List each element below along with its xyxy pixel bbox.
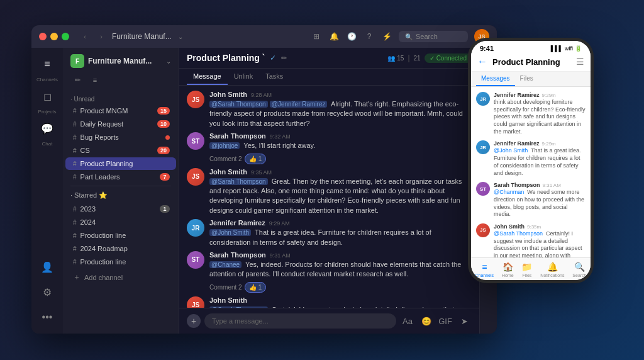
message-input[interactable]: Type a message...	[204, 313, 396, 329]
close-button[interactable]	[39, 33, 47, 40]
rail-channels-icon[interactable]: ≡	[36, 53, 58, 76]
mobile-tab-files[interactable]: Files	[515, 72, 538, 86]
sidebar-item-production-line-2[interactable]: # Production line	[65, 256, 176, 268]
rail-settings-icon[interactable]: ⚙	[36, 281, 58, 303]
mobile-back-button[interactable]: ←	[477, 56, 487, 67]
window-titlebar: ‹ › Furniture Manuf... ⌄ ⊞ 🔔 🕐 ? ⚡ 🔍 Sea…	[31, 25, 497, 48]
mobile-menu-button[interactable]: ☰	[576, 57, 584, 67]
message-reactions-2: Comment 2 👍 1	[209, 154, 472, 164]
sidebar-item-2024[interactable]: # 2024	[65, 216, 176, 228]
channel-name: 2024 Roadmap	[80, 245, 170, 252]
hash-icon: #	[73, 134, 77, 141]
mobile-tab-messages[interactable]: Messages	[476, 72, 515, 86]
mobile-avatar-jr-2: JR	[476, 140, 490, 154]
message-text-1: @Sarah Thompson @Jennifer Ramirez Alrigh…	[209, 99, 472, 128]
sidebar-item-2024-roadmap[interactable]: # 2024 Roadmap	[65, 242, 176, 255]
sidebar-item-product-mngm[interactable]: # Product MNGM 15	[65, 104, 176, 117]
author-4: Jennifer Ramirez	[209, 219, 265, 227]
mobile-text-1: think about developing furniture specifi…	[494, 99, 586, 135]
font-icon[interactable]: Aa	[400, 313, 415, 329]
mobile-mention: @John Smith	[494, 147, 528, 154]
mention: @Sarah Thompson	[209, 178, 268, 185]
forward-button[interactable]: ›	[96, 31, 107, 42]
add-channel-button[interactable]: ＋ Add channel	[65, 269, 176, 285]
lightning-icon[interactable]: ⚡	[381, 31, 392, 42]
hash-icon: #	[73, 147, 77, 154]
mobile-channels-label: Channels	[475, 273, 494, 278]
author-6: John Smith	[209, 296, 247, 304]
time-4: 9:29 AM	[269, 220, 290, 227]
rail-more-icon[interactable]: •••	[36, 306, 58, 329]
time-2: 9:32 AM	[270, 133, 291, 140]
workspace-title: Furniture Manuf...	[88, 57, 162, 65]
battery-icon: 🔋	[575, 45, 582, 52]
gif-icon[interactable]: GIF	[438, 313, 453, 329]
help-icon[interactable]: ?	[364, 31, 375, 42]
channel-name: Production line	[80, 258, 170, 266]
rail-chat-icon[interactable]: 💬	[36, 117, 58, 140]
mobile-nav-notifications[interactable]: 🔔 Notifications	[540, 262, 564, 278]
search-bar[interactable]: 🔍 Search	[399, 31, 468, 42]
mobile-author-4: John Smith	[494, 223, 525, 230]
mention: @Sarah Thompson	[209, 101, 268, 108]
mobile-nav-files[interactable]: 📁 Files	[521, 262, 532, 278]
maximize-button[interactable]	[62, 33, 69, 40]
reaction-thumbsup-2[interactable]: 👍 1	[245, 282, 267, 293]
sidebar-compose-icon[interactable]: ✏	[70, 73, 84, 87]
comment-link[interactable]: Comment 2	[209, 155, 242, 162]
starred-section-header[interactable]: · Starred ⭐	[63, 189, 179, 202]
clock-icon[interactable]: 🕐	[346, 31, 357, 42]
channel-edit-icon[interactable]: ✏	[281, 54, 287, 62]
tab-unlink[interactable]: Unlink	[228, 69, 260, 85]
chat-input-area: + Type a message... Aa 😊 GIF ➤	[179, 308, 479, 334]
message-content-3: John Smith 9:35 AM @Sarah Thompson Great…	[209, 168, 472, 216]
channel-name: 2024	[80, 218, 170, 226]
mobile-avatar-js: JS	[476, 223, 490, 237]
channel-meta: 👥 15 | 21 ✓ Connected	[387, 53, 472, 63]
rail-people-icon[interactable]: 👤	[36, 256, 58, 278]
emoji-icon[interactable]: 😊	[419, 313, 434, 329]
mobile-mention: @Chanman	[494, 189, 524, 195]
mobile-nav-channels[interactable]: ≡ Channels	[475, 262, 494, 278]
rail-projects-icon[interactable]: ◻	[36, 85, 58, 108]
reaction-thumbsup[interactable]: 👍 1	[245, 154, 267, 164]
minimize-button[interactable]	[50, 33, 58, 40]
mobile-nav-search[interactable]: 🔍 Search	[572, 262, 586, 278]
sidebar-item-daily-request[interactable]: # Daily Request 10	[65, 118, 176, 130]
tab-message[interactable]: Message	[187, 69, 228, 85]
mention: @Jennifer Ramirez	[270, 101, 328, 108]
mobile-nav-home[interactable]: 🏠 Home	[502, 262, 514, 278]
sidebar-item-product-planning[interactable]: # Product Planning	[65, 157, 176, 170]
hash-icon: #	[73, 174, 77, 181]
tab-tasks[interactable]: Tasks	[259, 69, 289, 85]
mobile-msg-header-2: Jennifer Ramirez 9:29m	[494, 140, 586, 147]
chat-header: Product Planning ` ✓ ✏ 👥 15 | 21 ✓	[179, 48, 479, 69]
chevron-icon[interactable]: ⌄	[166, 58, 171, 65]
back-button[interactable]: ‹	[79, 31, 91, 42]
sidebar-item-cs[interactable]: # CS 20	[65, 144, 176, 157]
badge-product-mngm: 15	[157, 107, 170, 115]
add-attachment-button[interactable]: +	[187, 314, 201, 328]
workspace-chevron-icon[interactable]: ⌄	[178, 33, 183, 40]
badge-2023: 1	[160, 205, 170, 213]
comment-link[interactable]: Comment 2	[209, 284, 242, 291]
grid-icon[interactable]: ⊞	[311, 31, 322, 42]
mobile-msg-content-2: Jennifer Ramirez 9:29m @John Smith That …	[494, 140, 586, 177]
hash-icon: #	[73, 160, 77, 167]
checkmark-icon: ✓	[430, 55, 435, 62]
message-header-4: Jennifer Ramirez 9:29 AM	[209, 219, 472, 227]
search-icon: 🔍	[405, 33, 413, 40]
sidebar-item-2023[interactable]: # 2023 1	[65, 203, 176, 215]
message-header-3: John Smith 9:35 AM	[209, 168, 472, 176]
mobile-avatar-st: ST	[476, 182, 490, 196]
sidebar-item-part-leaders[interactable]: # Part Leaders 7	[65, 171, 176, 183]
message-text-4: @John Smith That is a great idea. Furnit…	[209, 228, 472, 247]
sidebar-filter-icon[interactable]: ≡	[88, 73, 102, 87]
sidebar-item-production-line-1[interactable]: # Production line	[65, 229, 176, 242]
sidebar-item-bug-reports[interactable]: # Bug Reports	[65, 131, 176, 143]
bell-icon[interactable]: 🔔	[328, 31, 340, 42]
message-group-4: JR Jennifer Ramirez 9:29 AM @John Smith …	[187, 219, 472, 247]
send-icon[interactable]: ➤	[457, 313, 472, 329]
mobile-channels-icon: ≡	[482, 262, 487, 272]
mobile-time-1: 9:29m	[542, 93, 556, 98]
